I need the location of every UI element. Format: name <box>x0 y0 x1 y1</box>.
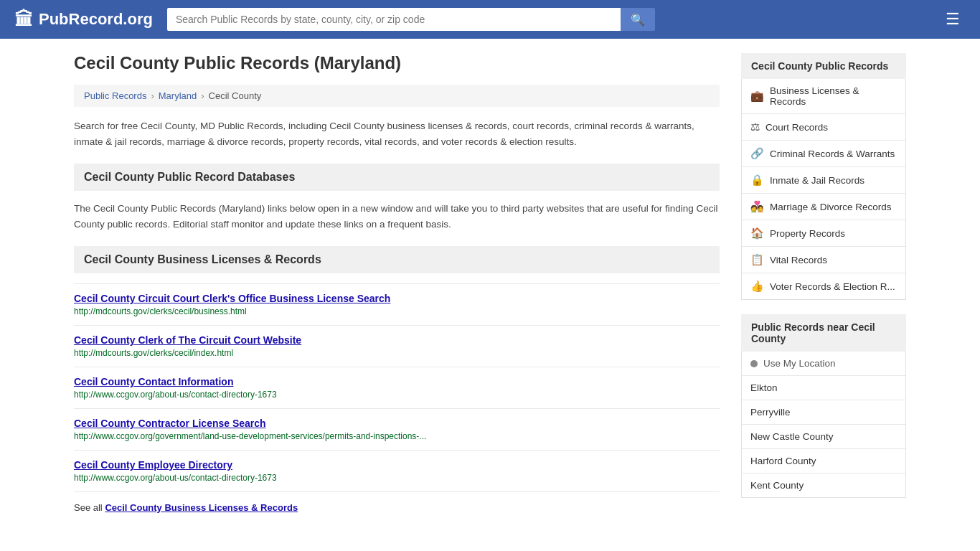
sidebar-icon: 🔗 <box>750 147 764 160</box>
sidebar-icon: 🔒 <box>750 174 764 187</box>
nearby-item-label: Harford County <box>750 456 816 466</box>
record-entry: Cecil County Circuit Court Clerk's Offic… <box>74 283 720 326</box>
nearby-item[interactable]: Elkton <box>742 376 905 400</box>
sidebar-item-label: Vital Records <box>770 255 827 265</box>
logo-text: PubRecord.org <box>39 10 153 29</box>
record-link[interactable]: Cecil County Clerk of The Circuit Court … <box>74 334 720 346</box>
records-list: Cecil County Circuit Court Clerk's Offic… <box>74 283 720 492</box>
breadcrumb-sep-2: › <box>201 90 204 101</box>
sidebar-item[interactable]: 🔗Criminal Records & Warrants <box>742 141 905 167</box>
breadcrumb-link-maryland[interactable]: Maryland <box>159 90 197 101</box>
sidebar: Cecil County Public Records 💼Business Li… <box>741 53 906 513</box>
header: 🏛 PubRecord.org 🔍 ☰ <box>0 0 980 39</box>
breadcrumb: Public Records › Maryland › Cecil County <box>74 85 720 107</box>
logo-icon: 🏛 <box>14 9 33 31</box>
nearby-item[interactable]: Perryville <box>742 400 905 425</box>
sidebar-icon: 💑 <box>750 200 764 213</box>
sidebar-item[interactable]: 💑Marriage & Divorce Records <box>742 194 905 220</box>
databases-description: The Cecil County Public Records (Marylan… <box>74 201 720 232</box>
content-area: Cecil County Public Records (Maryland) P… <box>74 53 720 513</box>
sidebar-item[interactable]: 💼Business Licenses & Records <box>742 79 905 114</box>
record-link[interactable]: Cecil County Employee Directory <box>74 459 720 471</box>
nearby-item-label: New Castle County <box>750 431 834 442</box>
business-heading: Cecil County Business Licenses & Records <box>74 246 720 273</box>
intro-text: Search for free Cecil County, MD Public … <box>74 118 720 149</box>
record-url: http://mdcourts.gov/clerks/cecil/index.h… <box>74 348 720 358</box>
sidebar-item[interactable]: ⚖Court Records <box>742 114 905 141</box>
sidebar-icon: 👍 <box>750 280 764 293</box>
breadcrumb-current: Cecil County <box>209 90 262 101</box>
search-button[interactable]: 🔍 <box>621 8 655 31</box>
hamburger-icon: ☰ <box>946 10 960 28</box>
sidebar-item-label: Criminal Records & Warrants <box>770 149 895 159</box>
nearby-item[interactable]: New Castle County <box>742 425 905 449</box>
record-url: http://mdcourts.gov/clerks/cecil/busines… <box>74 306 720 316</box>
sidebar-section2-title: Public Records near Cecil County <box>741 314 906 352</box>
sidebar-item-label: Business Licenses & Records <box>770 85 897 107</box>
breadcrumb-sep-1: › <box>151 90 154 101</box>
sidebar-icon: ⚖ <box>750 121 760 133</box>
sidebar-item-label: Marriage & Divorce Records <box>770 202 892 212</box>
sidebar-item[interactable]: 🔒Inmate & Jail Records <box>742 167 905 194</box>
sidebar-item[interactable]: 📋Vital Records <box>742 247 905 273</box>
search-input[interactable] <box>167 8 621 31</box>
sidebar-item-label: Court Records <box>765 122 828 133</box>
record-url: http://www.ccgov.org/about-us/contact-di… <box>74 390 720 400</box>
sidebar-item-label: Inmate & Jail Records <box>770 175 864 186</box>
record-url: http://www.ccgov.org/about-us/contact-di… <box>74 473 720 483</box>
nearby-item[interactable]: Kent County <box>742 474 905 497</box>
nearby-item-label: Kent County <box>750 480 804 491</box>
sidebar-nearby: Use My LocationElktonPerryvilleNew Castl… <box>741 352 906 498</box>
search-bar: 🔍 <box>167 8 655 31</box>
record-link[interactable]: Cecil County Contractor License Search <box>74 418 720 429</box>
record-entry: Cecil County Clerk of The Circuit Court … <box>74 326 720 367</box>
page-title: Cecil County Public Records (Maryland) <box>74 53 720 73</box>
hamburger-button[interactable]: ☰ <box>940 7 966 32</box>
record-link[interactable]: Cecil County Contact Information <box>74 376 720 387</box>
sidebar-icon: 📋 <box>750 253 764 266</box>
sidebar-item-label: Voter Records & Election R... <box>770 281 895 292</box>
sidebar-item[interactable]: 👍Voter Records & Election R... <box>742 273 905 299</box>
nearby-item[interactable]: Use My Location <box>742 352 905 376</box>
breadcrumb-link-public-records[interactable]: Public Records <box>84 90 146 101</box>
sidebar-item-label: Property Records <box>770 228 845 239</box>
record-url: http://www.ccgov.org/government/land-use… <box>74 431 720 441</box>
sidebar-icon: 💼 <box>750 90 764 103</box>
see-all-link[interactable]: Cecil County Business Licenses & Records <box>105 502 298 513</box>
logo[interactable]: 🏛 PubRecord.org <box>14 9 153 31</box>
databases-heading: Cecil County Public Record Databases <box>74 164 720 191</box>
nearby-item-label: Elkton <box>750 382 778 393</box>
location-dot-icon <box>750 360 758 367</box>
search-icon: 🔍 <box>631 14 645 26</box>
record-entry: Cecil County Contractor License Search h… <box>74 409 720 451</box>
record-entry: Cecil County Employee Directory http://w… <box>74 451 720 492</box>
see-all-text: See all Cecil County Business Licenses &… <box>74 502 720 513</box>
nearby-item[interactable]: Harford County <box>742 449 905 474</box>
record-entry: Cecil County Contact Information http://… <box>74 367 720 409</box>
sidebar-icon: 🏠 <box>750 227 764 240</box>
nearby-item-label: Use My Location <box>763 358 836 369</box>
sidebar-item[interactable]: 🏠Property Records <box>742 220 905 247</box>
main-container: Cecil County Public Records (Maryland) P… <box>60 39 920 542</box>
sidebar-section1-title: Cecil County Public Records <box>741 53 906 79</box>
nearby-item-label: Perryville <box>750 407 791 418</box>
record-link[interactable]: Cecil County Circuit Court Clerk's Offic… <box>74 293 720 304</box>
sidebar-links: 💼Business Licenses & Records⚖Court Recor… <box>741 79 906 300</box>
